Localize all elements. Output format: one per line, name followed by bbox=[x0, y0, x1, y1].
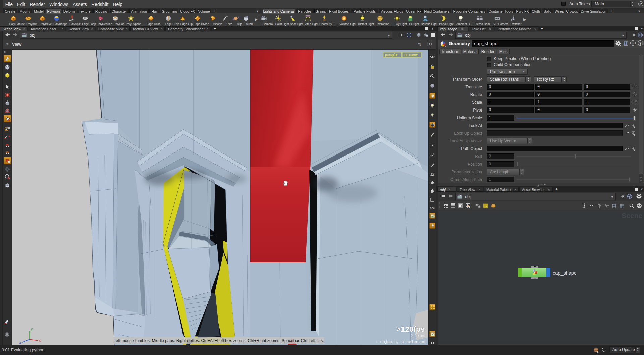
svg-text:y: y bbox=[31, 327, 33, 331]
svg-text:>120fps: >120fps bbox=[396, 325, 425, 334]
svg-text:persp1▾: persp1▾ bbox=[385, 53, 398, 57]
svg-text:z: z bbox=[19, 341, 21, 344]
svg-text:x: x bbox=[39, 339, 41, 342]
svg-text:no cam▾: no cam▾ bbox=[404, 53, 418, 57]
svg-text:1 objects, 0 selected: 1 objects, 0 selected bbox=[375, 340, 425, 344]
svg-text:Left mouse tumbles. Middle pan: Left mouse tumbles. Middle pans. Right d… bbox=[113, 338, 324, 343]
svg-text:H: H bbox=[623, 40, 628, 46]
svg-text:2.17ms: 2.17ms bbox=[411, 333, 425, 338]
svg-text:abc: abc bbox=[430, 206, 435, 210]
